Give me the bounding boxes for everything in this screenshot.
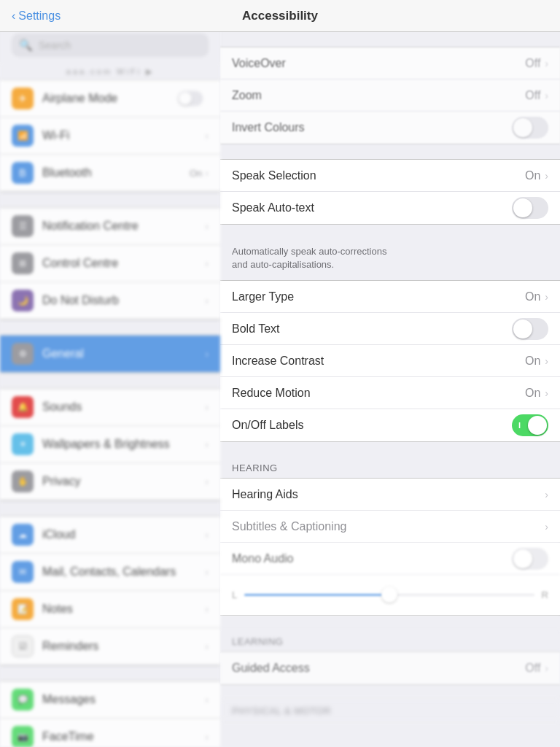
subtitles-row[interactable]: Subtitles & Captioning ›: [220, 511, 560, 543]
speak-selection-label: Speak Selection: [232, 169, 525, 182]
sidebar-item-facetime[interactable]: 📷 FaceTime ›: [0, 719, 220, 747]
sidebar-item-label: Privacy: [42, 475, 205, 488]
search-bar[interactable]: 🔍 Search: [12, 34, 209, 57]
chevron-icon: ›: [545, 662, 548, 674]
zoom-label: Zoom: [232, 89, 525, 102]
audio-slider[interactable]: [244, 594, 534, 596]
speak-autotext-row[interactable]: Speak Auto-text: [220, 192, 560, 224]
increase-contrast-value: On: [525, 355, 540, 368]
isp-label: aaa.com WiFi ▶: [0, 64, 220, 80]
bluetooth-value: On: [190, 168, 202, 179]
voiceover-label: VoiceOver: [232, 57, 525, 70]
learning-section: LEARNING Guided Access Off ›: [220, 630, 560, 685]
chevron-icon: ›: [205, 640, 209, 652]
separator: [0, 501, 220, 516]
guided-access-value: Off: [525, 662, 540, 675]
reduce-motion-row[interactable]: Reduce Motion On ›: [220, 377, 560, 409]
increase-contrast-label: Increase Contrast: [232, 355, 525, 368]
search-placeholder: Search: [39, 39, 71, 51]
sidebar-item-wallpaper[interactable]: ☀ Wallpapers & Brightness ›: [0, 426, 220, 463]
sidebar-group-accounts: ☁ iCloud › ✉ Mail, Contacts, Calendars ›…: [0, 516, 220, 666]
chevron-icon: ›: [545, 355, 548, 367]
sidebar-item-sounds[interactable]: 🔔 Sounds ›: [0, 389, 220, 426]
sounds-icon: 🔔: [12, 396, 34, 418]
chevron-icon: ›: [205, 603, 209, 615]
onoff-labels-row[interactable]: On/Off Labels I O: [220, 409, 560, 441]
increase-contrast-row[interactable]: Increase Contrast On ›: [220, 345, 560, 377]
sidebar-item-label: Mail, Contacts, Calendars: [42, 565, 205, 578]
audio-balance-row[interactable]: L R: [220, 575, 560, 615]
sidebar-item-general[interactable]: ⚙ General ›: [0, 336, 220, 373]
bluetooth-icon: B: [12, 162, 34, 184]
voiceover-value: Off: [525, 57, 540, 70]
sidebar-item-notifications[interactable]: ☰ Notification Centre ›: [0, 208, 220, 245]
chevron-icon: ›: [205, 694, 209, 705]
invert-colours-toggle[interactable]: [512, 117, 548, 139]
speak-autotext-label: Speak Auto-text: [232, 201, 512, 214]
mono-audio-toggle[interactable]: [512, 548, 548, 570]
sidebar-item-controlcentre[interactable]: ⊞ Control Centre ›: [0, 245, 220, 282]
balance-right-label: R: [542, 589, 548, 600]
privacy-icon: ✋: [12, 471, 34, 492]
vision-section: VoiceOver Off › Zoom Off › Invert Colour…: [220, 47, 560, 144]
chevron-icon: ›: [545, 291, 548, 303]
reduce-motion-label: Reduce Motion: [232, 387, 525, 400]
bold-text-toggle[interactable]: [512, 318, 548, 340]
chevron-icon: ›: [205, 731, 209, 743]
sidebar-item-reminders[interactable]: ☑ Reminders ›: [0, 628, 220, 665]
larger-type-value: On: [525, 290, 540, 303]
chevron-icon: ›: [545, 90, 548, 101]
chevron-icon: ›: [205, 401, 209, 413]
zoom-row[interactable]: Zoom Off ›: [220, 80, 560, 112]
onoff-labels-toggle[interactable]: I O: [512, 414, 548, 436]
separator: [0, 320, 220, 335]
invert-colours-row[interactable]: Invert Colours: [220, 112, 560, 144]
slider-knob[interactable]: [381, 587, 397, 603]
controlcentre-icon: ⊞: [12, 252, 34, 274]
separator: [0, 666, 220, 681]
sidebar: 🔍 Search aaa.com WiFi ▶ ✈ Airplane Mode …: [0, 0, 220, 747]
search-icon: 🔍: [19, 39, 33, 52]
airplane-toggle[interactable]: [178, 91, 203, 107]
donotdisturb-icon: 🌙: [12, 290, 34, 311]
hearing-aids-label: Hearing Aids: [232, 488, 545, 501]
chevron-icon: ›: [205, 130, 209, 142]
speak-autotext-toggle[interactable]: [512, 197, 548, 219]
chevron-icon: ›: [545, 170, 548, 182]
speak-autotext-description: Automatically speak auto-correctionsand …: [220, 239, 560, 280]
sidebar-item-notes[interactable]: 📝 Notes ›: [0, 591, 220, 628]
zoom-value: Off: [525, 89, 540, 102]
sidebar-item-wifi[interactable]: 📶 Wi-Fi ›: [0, 117, 220, 155]
sidebar-item-messages[interactable]: 💬 Messages ›: [0, 681, 220, 719]
guided-access-row[interactable]: Guided Access Off ›: [220, 652, 560, 684]
sidebar-item-bluetooth[interactable]: B Bluetooth On ›: [0, 155, 220, 192]
bold-text-row[interactable]: Bold Text: [220, 313, 560, 345]
notes-icon: 📝: [12, 598, 34, 620]
display-group: Larger Type On › Bold Text Increase Cont…: [220, 280, 560, 442]
sidebar-item-donotdisturb[interactable]: 🌙 Do Not Disturb ›: [0, 282, 220, 320]
sidebar-item-mail[interactable]: ✉ Mail, Contacts, Calendars ›: [0, 554, 220, 591]
speak-selection-value: On: [525, 169, 540, 182]
hearing-aids-row[interactable]: Hearing Aids ›: [220, 479, 560, 511]
chevron-icon: ›: [205, 258, 209, 269]
sidebar-item-privacy[interactable]: ✋ Privacy ›: [0, 463, 220, 500]
chevron-icon: ›: [205, 167, 209, 179]
sidebar-group-apps: 💬 Messages › 📷 FaceTime › 📍 Maps › 🌐 Saf…: [0, 681, 220, 747]
chevron-icon: ›: [545, 387, 548, 399]
sidebar-item-label: Messages: [42, 693, 205, 706]
voiceover-row[interactable]: VoiceOver Off ›: [220, 47, 560, 80]
mono-audio-row[interactable]: Mono Audio: [220, 543, 560, 575]
larger-type-row[interactable]: Larger Type On ›: [220, 281, 560, 313]
speak-selection-row[interactable]: Speak Selection On ›: [220, 160, 560, 192]
learning-section-header: LEARNING: [220, 630, 560, 651]
chevron-icon: ›: [205, 220, 209, 232]
reduce-motion-value: On: [525, 387, 540, 400]
sidebar-item-airplane[interactable]: ✈ Airplane Mode: [0, 80, 220, 117]
learning-group: Guided Access Off ›: [220, 651, 560, 685]
physical-section-header: PHYSICAL & MOTOR: [220, 700, 560, 721]
bold-text-label: Bold Text: [232, 322, 512, 336]
sidebar-item-icloud[interactable]: ☁ iCloud ›: [0, 516, 220, 554]
sidebar-list: ✈ Airplane Mode 📶 Wi-Fi › B Bluetooth On…: [0, 80, 220, 747]
sidebar-item-label: Do Not Disturb: [42, 294, 205, 307]
chevron-icon: ›: [205, 438, 209, 450]
